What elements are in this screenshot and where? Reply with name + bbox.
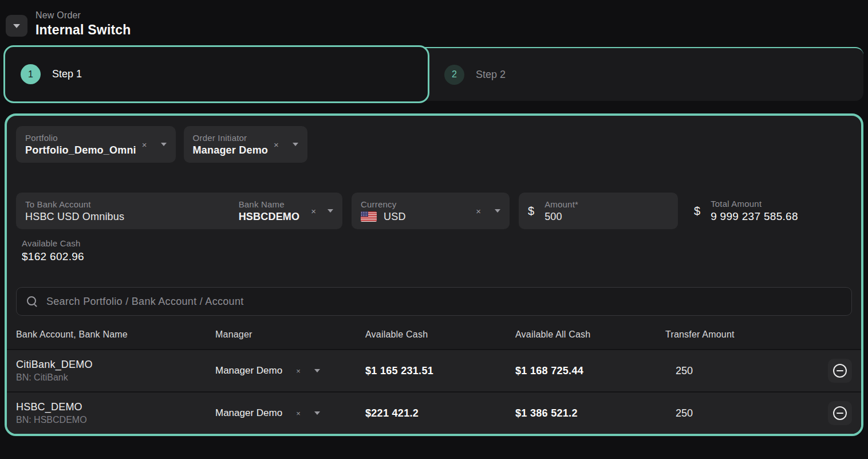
bank-account-name: HSBC_DEMO xyxy=(16,401,215,413)
col-available-cash: Available Cash xyxy=(365,329,515,340)
collapse-button[interactable] xyxy=(6,15,27,37)
currency-clear-icon[interactable]: × xyxy=(476,207,481,215)
step-2-number: 2 xyxy=(444,65,464,85)
available-all-cash-cell: $1 168 725.44 xyxy=(515,365,665,377)
manager-value: Manager Demo xyxy=(215,407,282,419)
order-initiator-select[interactable]: Order Initiator Manager Demo × xyxy=(184,126,307,163)
portfolio-value: Portfolio_Demo_Omni xyxy=(25,144,136,156)
available-cash-cell: $221 421.2 xyxy=(365,407,515,419)
available-cash: Available Cash $162 602.96 xyxy=(22,238,852,263)
col-bank-account: Bank Account, Bank Name xyxy=(16,329,215,340)
bank-name-value: HSBCDEMO xyxy=(239,211,300,223)
amount-label: Amount* xyxy=(545,199,669,209)
app-header: New Order Internal Switch xyxy=(0,0,868,45)
transfer-amount-input[interactable]: 250 xyxy=(665,407,820,419)
order-initiator-value: Manager Demo xyxy=(193,144,268,156)
remove-row-button[interactable] xyxy=(828,359,852,383)
manager-value: Manager Demo xyxy=(215,365,282,376)
currency-value: USD xyxy=(384,211,406,223)
order-initiator-label: Order Initiator xyxy=(193,133,268,143)
total-amount-label: Total Amount xyxy=(711,199,798,209)
bank-account-name: CitiBank_DEMO xyxy=(16,359,215,371)
remove-row-button[interactable] xyxy=(828,401,852,425)
page-title: Internal Switch xyxy=(35,22,131,38)
bank-name-clear-icon[interactable]: × xyxy=(311,207,316,215)
dollar-icon: $ xyxy=(528,205,534,218)
to-bank-account-select[interactable]: To Bank Account HSBC USD Omnibus Bank Na… xyxy=(16,193,342,229)
dollar-icon: $ xyxy=(694,205,700,218)
us-flag-icon xyxy=(361,211,377,222)
chevron-down-icon xyxy=(13,24,20,28)
bank-name-sub: BN: HSBCDEMO xyxy=(16,415,215,425)
manager-chevron-down-icon[interactable] xyxy=(314,369,320,372)
transfer-amount-input[interactable]: 250 xyxy=(665,365,820,377)
order-initiator-chevron-down-icon[interactable] xyxy=(293,143,298,146)
order-panel: Portfolio Portfolio_Demo_Omni × Order In… xyxy=(5,113,863,436)
bank-account-cell: CitiBank_DEMO BN: CitiBank xyxy=(16,359,215,383)
total-amount-value: 9 999 237 585.68 xyxy=(711,210,798,223)
order-initiator-clear-icon[interactable]: × xyxy=(274,140,279,149)
currency-chevron-down-icon[interactable] xyxy=(495,209,500,213)
available-all-cash-cell: $1 386 521.2 xyxy=(515,407,665,419)
portfolio-label: Portfolio xyxy=(25,133,136,143)
search-input[interactable] xyxy=(46,296,842,308)
to-bank-account-value: HSBC USD Omnibus xyxy=(25,211,239,223)
step-1-number: 1 xyxy=(21,64,41,84)
tab-step-2[interactable]: 2 Step 2 xyxy=(429,48,855,101)
breadcrumb: New Order xyxy=(35,10,131,21)
step-1-label: Step 1 xyxy=(52,68,82,80)
col-available-all-cash: Available All Cash xyxy=(515,329,665,340)
available-cash-label: Available Cash xyxy=(22,238,852,248)
manager-clear-icon[interactable]: × xyxy=(296,367,301,375)
currency-label: Currency xyxy=(361,199,470,209)
to-bank-account-label: To Bank Account xyxy=(25,199,239,209)
manager-select[interactable]: Manager Demo × xyxy=(215,365,365,376)
manager-select[interactable]: Manager Demo × xyxy=(215,407,365,419)
currency-select[interactable]: Currency USD × xyxy=(352,193,510,229)
portfolio-select[interactable]: Portfolio Portfolio_Demo_Omni × xyxy=(16,126,176,163)
col-manager: Manager xyxy=(215,329,365,340)
search-icon xyxy=(26,296,38,307)
amount-input[interactable]: $ Amount* 500 xyxy=(519,193,678,229)
total-amount: $ Total Amount 9 999 237 585.68 xyxy=(687,193,852,229)
amount-value: 500 xyxy=(545,211,669,223)
search-bar xyxy=(16,287,852,316)
table-header: Bank Account, Bank Name Manager Availabl… xyxy=(7,316,861,349)
bank-name-label: Bank Name xyxy=(239,199,300,209)
bank-name-chevron-down-icon[interactable] xyxy=(328,209,333,213)
manager-chevron-down-icon[interactable] xyxy=(314,411,320,415)
table-row: CitiBank_DEMO BN: CitiBank Manager Demo … xyxy=(7,349,861,391)
bank-account-cell: HSBC_DEMO BN: HSBCDEMO xyxy=(16,401,215,425)
steps-bar: 1 Step 1 2 Step 2 xyxy=(5,47,863,101)
available-cash-value: $162 602.96 xyxy=(22,250,852,263)
minus-circle-icon xyxy=(833,406,847,420)
available-cash-cell: $1 165 231.51 xyxy=(365,365,515,377)
col-transfer-amount: Transfer Amount xyxy=(665,329,820,340)
portfolio-clear-icon[interactable]: × xyxy=(142,140,147,149)
tab-step-1[interactable]: 1 Step 1 xyxy=(3,45,429,103)
manager-clear-icon[interactable]: × xyxy=(296,410,301,417)
minus-circle-icon xyxy=(833,364,847,378)
bank-name-sub: BN: CitiBank xyxy=(16,372,215,383)
step-2-label: Step 2 xyxy=(476,69,506,81)
portfolio-chevron-down-icon[interactable] xyxy=(161,143,167,146)
table-row: HSBC_DEMO BN: HSBCDEMO Manager Demo × $2… xyxy=(7,391,861,434)
